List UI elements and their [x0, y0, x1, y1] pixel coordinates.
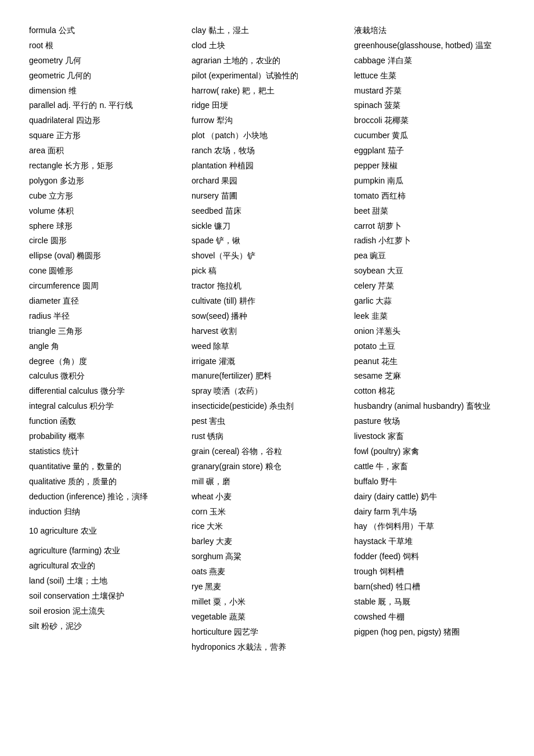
entry: peanut 花生: [354, 354, 505, 369]
entry: probability 概率: [29, 429, 180, 444]
entry: orchard 果园: [192, 174, 342, 189]
entry: sphere 球形: [29, 219, 180, 234]
entry: tomato 西红柿: [354, 189, 505, 204]
entry: potato 土豆: [354, 339, 505, 354]
entry: circle 圆形: [29, 233, 180, 249]
entry: agrarian 土地的，农业的: [192, 53, 342, 69]
entry: triangle 三角形: [29, 324, 180, 339]
entry: sesame 芝麻: [354, 369, 505, 384]
entry: spade 铲，锹: [192, 233, 342, 249]
entry: radius 半径: [29, 309, 180, 324]
entry: leek 韭菜: [354, 309, 505, 324]
entry: clod 土块: [192, 38, 342, 53]
entry: root 根: [29, 38, 180, 53]
entry: cone 圆锥形: [29, 264, 180, 279]
entry: manure(fertilizer) 肥料: [192, 369, 342, 384]
entry: dairy (dairy cattle) 奶牛: [354, 489, 505, 505]
entry: 液栽培法: [354, 23, 505, 38]
entry: land (soil) 土壤；土地: [29, 574, 180, 589]
entry: lettuce 生菜: [354, 69, 505, 84]
entry: [29, 539, 180, 543]
entry: 10 agriculture 农业: [29, 524, 180, 539]
entry: corn 玉米: [192, 505, 342, 520]
entry: pest 害虫: [192, 414, 342, 429]
entry: buffalo 野牛: [354, 474, 505, 489]
entry: cube 立方形: [29, 189, 180, 204]
entry: integral calculus 积分学: [29, 399, 180, 414]
entry: rye 黑麦: [192, 579, 342, 595]
entry: square 正方形: [29, 128, 180, 143]
entry: soybean 大豆: [354, 264, 505, 279]
entry: calculus 微积分: [29, 369, 180, 384]
entry: induction 归纳: [29, 505, 180, 520]
entry: hydroponics 水栽法，营养: [192, 640, 342, 655]
entry: harvest 收割: [192, 324, 342, 339]
entry: pumpkin 南瓜: [354, 174, 505, 189]
entry: shovel（平头）铲: [192, 249, 342, 264]
entry: mill 碾，磨: [192, 474, 342, 489]
entry: soil erosion 泥土流失: [29, 604, 180, 619]
entry: onion 洋葱头: [354, 324, 505, 339]
entry: furrow 犁沟: [192, 113, 342, 128]
entry: fodder (feed) 饲料: [354, 549, 505, 564]
entry: plot （patch）小块地: [192, 128, 342, 143]
entry: weed 除草: [192, 339, 342, 354]
entry: cowshed 牛棚: [354, 610, 505, 625]
entry: function 函数: [29, 414, 180, 429]
entry: cotton 棉花: [354, 384, 505, 399]
entry: carrot 胡萝卜: [354, 219, 505, 234]
column-1: formula 公式root 根geometry 几何geometric 几何的…: [29, 23, 192, 634]
entry: degree（角）度: [29, 354, 180, 369]
entry: granary(grain store) 粮仓: [192, 459, 342, 474]
entry: dairy farm 乳牛场: [354, 505, 505, 520]
entry: parallel adj. 平行的 n. 平行线: [29, 98, 180, 113]
entry: dimension 维: [29, 84, 180, 99]
entry: rectangle 长方形，矩形: [29, 159, 180, 174]
entry: polygon 多边形: [29, 174, 180, 189]
entry: area 面积: [29, 143, 180, 159]
entry: sow(seed) 播种: [192, 309, 342, 324]
entry: deduction (inference) 推论，演绎: [29, 489, 180, 505]
entry: livestock 家畜: [354, 429, 505, 444]
entry: agriculture (farming) 农业: [29, 543, 180, 559]
entry: greenhouse(glasshouse, hotbed) 温室: [354, 38, 505, 53]
entry: geometric 几何的: [29, 69, 180, 84]
entry: vegetable 蔬菜: [192, 610, 342, 625]
entry: circumference 圆周: [29, 279, 180, 294]
entry: [29, 519, 180, 524]
entry: cucumber 黄瓜: [354, 128, 505, 143]
entry: quantitative 量的，数量的: [29, 459, 180, 474]
entry: plantation 种植园: [192, 159, 342, 174]
entry: differential calculus 微分学: [29, 384, 180, 399]
entry: irrigate 灌溉: [192, 354, 342, 369]
entry: rust 锈病: [192, 429, 342, 444]
entry: grain (cereal) 谷物，谷粒: [192, 444, 342, 459]
entry: clay 黏土，湿土: [192, 23, 342, 38]
entry: trough 饲料槽: [354, 564, 505, 579]
entry: broccoli 花椰菜: [354, 113, 505, 128]
entry: wheat 小麦: [192, 489, 342, 505]
entry: pick 稿: [192, 264, 342, 279]
entry: tractor 拖拉机: [192, 279, 342, 294]
entry: rice 大米: [192, 519, 342, 534]
entry: ellipse (oval) 椭圆形: [29, 249, 180, 264]
entry: spray 喷洒（农药）: [192, 384, 342, 399]
entry: geometry 几何: [29, 53, 180, 69]
entry: barley 大麦: [192, 534, 342, 549]
entry: soil conservation 土壤保护: [29, 589, 180, 604]
entry: agricultural 农业的: [29, 559, 180, 574]
entry: garlic 大蒜: [354, 294, 505, 309]
entry: sorghum 高粱: [192, 549, 342, 564]
entry: cabbage 洋白菜: [354, 53, 505, 69]
entry: pepper 辣椒: [354, 159, 505, 174]
entry: mustard 芥菜: [354, 84, 505, 99]
entry: cultivate (till) 耕作: [192, 294, 342, 309]
entry: silt 粉砂，泥沙: [29, 619, 180, 634]
entry: pea 豌豆: [354, 249, 505, 264]
entry: harrow( rake) 耙，耙土: [192, 84, 342, 99]
entry: husbandry (animal husbandry) 畜牧业: [354, 399, 505, 414]
entry: seedbed 苗床: [192, 204, 342, 219]
entry: statistics 统计: [29, 444, 180, 459]
entry: oats 燕麦: [192, 564, 342, 579]
entry: spinach 菠菜: [354, 98, 505, 113]
